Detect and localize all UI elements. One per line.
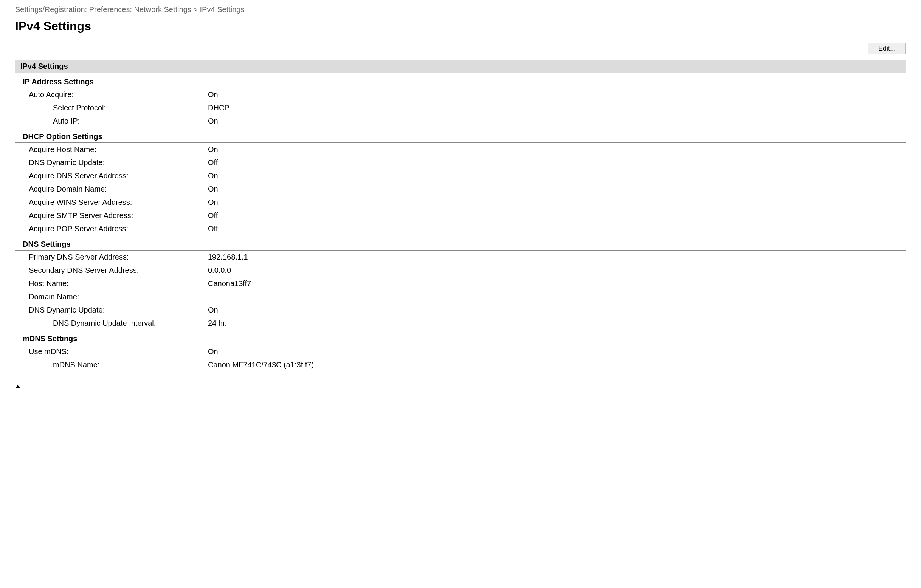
- label-dns-dynamic-update-interval: DNS Dynamic Update Interval:: [15, 319, 208, 328]
- value-mdns-name: Canon MF741C/743C (a1:3f:f7): [208, 361, 906, 369]
- page-title: IPv4 Settings: [15, 19, 906, 36]
- section-title-dhcp: DHCP Option Settings: [15, 132, 906, 143]
- label-auto-acquire: Auto Acquire:: [15, 90, 208, 99]
- row-dns-dynamic-update-interval: DNS Dynamic Update Interval: 24 hr.: [15, 317, 906, 330]
- row-secondary-dns: Secondary DNS Server Address: 0.0.0.0: [15, 264, 906, 277]
- value-domain-name: [208, 292, 906, 301]
- section-dns: DNS Settings Primary DNS Server Address:…: [15, 240, 906, 330]
- label-acquire-pop-server: Acquire POP Server Address:: [15, 224, 208, 233]
- row-primary-dns: Primary DNS Server Address: 192.168.1.1: [15, 250, 906, 264]
- value-acquire-wins-server: On: [208, 198, 906, 207]
- label-primary-dns: Primary DNS Server Address:: [15, 253, 208, 262]
- row-domain-name: Domain Name:: [15, 290, 906, 304]
- row-acquire-smtp-server: Acquire SMTP Server Address: Off: [15, 209, 906, 222]
- toolbar: Edit...: [15, 37, 906, 60]
- label-acquire-dns-server: Acquire DNS Server Address:: [15, 172, 208, 180]
- label-use-mdns: Use mDNS:: [15, 347, 208, 356]
- label-acquire-domain-name: Acquire Domain Name:: [15, 185, 208, 193]
- value-auto-acquire: On: [208, 90, 906, 99]
- label-secondary-dns: Secondary DNS Server Address:: [15, 266, 208, 275]
- value-acquire-smtp-server: Off: [208, 211, 906, 220]
- section-title-dns: DNS Settings: [15, 240, 906, 250]
- value-dhcp-dns-dynamic-update: Off: [208, 158, 906, 167]
- row-acquire-wins-server: Acquire WINS Server Address: On: [15, 196, 906, 209]
- section-dhcp-option: DHCP Option Settings Acquire Host Name: …: [15, 132, 906, 236]
- value-dns-dynamic-update-interval: 24 hr.: [208, 319, 906, 328]
- row-dhcp-dns-dynamic-update: DNS Dynamic Update: Off: [15, 156, 906, 169]
- top-icon: [15, 385, 20, 388]
- section-ip-address: IP Address Settings Auto Acquire: On Sel…: [15, 78, 906, 128]
- panel-header: IPv4 Settings: [15, 60, 906, 73]
- row-acquire-pop-server: Acquire POP Server Address: Off: [15, 222, 906, 236]
- label-dns-dynamic-update: DNS Dynamic Update:: [15, 306, 208, 314]
- breadcrumb: Settings/Registration: Preferences: Netw…: [15, 4, 906, 17]
- label-mdns-name: mDNS Name:: [15, 361, 208, 369]
- label-select-protocol: Select Protocol:: [15, 104, 208, 112]
- row-auto-acquire: Auto Acquire: On: [15, 88, 906, 101]
- label-acquire-host-name: Acquire Host Name:: [15, 145, 208, 154]
- value-dns-dynamic-update: On: [208, 306, 906, 314]
- section-title-mdns: mDNS Settings: [15, 335, 906, 345]
- label-dhcp-dns-dynamic-update: DNS Dynamic Update:: [15, 158, 208, 167]
- back-to-top-link[interactable]: [15, 382, 20, 390]
- label-acquire-wins-server: Acquire WINS Server Address:: [15, 198, 208, 207]
- row-acquire-host-name: Acquire Host Name: On: [15, 143, 906, 156]
- value-acquire-domain-name: On: [208, 185, 906, 193]
- value-use-mdns: On: [208, 347, 906, 356]
- footer: [15, 379, 906, 390]
- row-dns-dynamic-update: DNS Dynamic Update: On: [15, 304, 906, 317]
- section-mdns: mDNS Settings Use mDNS: On mDNS Name: Ca…: [15, 335, 906, 372]
- value-acquire-host-name: On: [208, 145, 906, 154]
- row-acquire-dns-server: Acquire DNS Server Address: On: [15, 169, 906, 182]
- row-host-name: Host Name: Canona13ff7: [15, 277, 906, 290]
- value-host-name: Canona13ff7: [208, 279, 906, 288]
- row-use-mdns: Use mDNS: On: [15, 345, 906, 358]
- label-acquire-smtp-server: Acquire SMTP Server Address:: [15, 211, 208, 220]
- value-auto-ip: On: [208, 117, 906, 125]
- row-select-protocol: Select Protocol: DHCP: [15, 101, 906, 114]
- value-select-protocol: DHCP: [208, 104, 906, 112]
- label-domain-name: Domain Name:: [15, 292, 208, 301]
- edit-button[interactable]: Edit...: [868, 43, 906, 54]
- row-acquire-domain-name: Acquire Domain Name: On: [15, 182, 906, 196]
- value-secondary-dns: 0.0.0.0: [208, 266, 906, 275]
- value-acquire-dns-server: On: [208, 172, 906, 180]
- section-title-ip: IP Address Settings: [15, 78, 906, 88]
- label-host-name: Host Name:: [15, 279, 208, 288]
- row-auto-ip: Auto IP: On: [15, 114, 906, 128]
- row-mdns-name: mDNS Name: Canon MF741C/743C (a1:3f:f7): [15, 358, 906, 372]
- value-primary-dns: 192.168.1.1: [208, 253, 906, 262]
- label-auto-ip: Auto IP:: [15, 117, 208, 125]
- value-acquire-pop-server: Off: [208, 224, 906, 233]
- ipv4-settings-page: Settings/Registration: Preferences: Netw…: [0, 0, 921, 406]
